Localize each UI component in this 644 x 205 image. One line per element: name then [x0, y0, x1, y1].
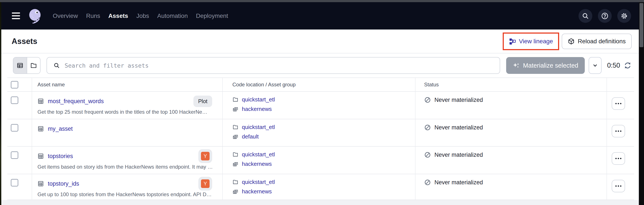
table-row: my_asset quickstart_etl default [7, 119, 634, 147]
asset-group-link[interactable]: hackernews [242, 161, 272, 167]
desktop-edge-sliver [0, 2, 1, 205]
reload-definitions-button[interactable]: Reload definitions [562, 34, 632, 49]
window-top-edge [0, 0, 644, 2]
help-icon[interactable] [598, 9, 612, 23]
table-row: topstory_ids Y Get up to 100 top stories… [7, 174, 634, 200]
chevron-down-icon [592, 62, 598, 69]
page-header: Assets View lineage [0, 30, 639, 54]
asset-name-link[interactable]: my_asset [48, 126, 73, 132]
code-location-cube-icon [568, 38, 575, 45]
row-checkbox[interactable] [11, 152, 18, 159]
asset-group-icon [232, 161, 238, 167]
navbar-actions [578, 9, 631, 23]
asset-description: Get items based on story ids from the Ha… [38, 164, 222, 170]
dagster-assets-page: Overview Runs Assets Jobs Automation Dep… [0, 0, 644, 205]
table-footer-strip [0, 200, 639, 205]
reload-definitions-label: Reload definitions [578, 38, 626, 45]
row-menu-button[interactable] [612, 152, 625, 165]
status-text: Never materialized [434, 152, 483, 158]
nav-item-overview[interactable]: Overview [53, 12, 78, 20]
nav-item-deployment[interactable]: Deployment [196, 12, 228, 20]
folder-icon [232, 152, 238, 158]
nav-item-jobs[interactable]: Jobs [136, 12, 149, 20]
search-field-wrap [46, 57, 500, 74]
search-field-icon [54, 62, 60, 69]
materialize-selected-label: Materialize selected [523, 62, 578, 69]
folder-icon [232, 179, 238, 185]
asset-table-icon [38, 180, 44, 187]
folder-icon [232, 124, 238, 130]
search-icon[interactable] [578, 9, 592, 23]
folder-icon [232, 96, 238, 102]
asset-table-icon [38, 98, 44, 104]
code-location-link[interactable]: quickstart_etl [242, 179, 275, 186]
asset-group-link[interactable]: hackernews [242, 106, 272, 112]
asset-group-link[interactable]: hackernews [242, 188, 272, 195]
row-checkbox[interactable] [11, 124, 18, 132]
view-lineage-label: View lineage [519, 38, 553, 45]
table-view-button[interactable] [13, 58, 27, 74]
status-text: Never materialized [434, 179, 483, 186]
table-view-icon [16, 62, 24, 69]
materialize-options-button[interactable] [589, 57, 602, 74]
hackernews-kind-badge: Y [198, 177, 212, 190]
asset-table-icon [38, 126, 44, 132]
refresh-icon[interactable] [624, 61, 632, 70]
nav-item-assets[interactable]: Assets [108, 12, 128, 20]
sparkle-icon [512, 62, 520, 69]
refresh-countdown: 0:50 [607, 62, 620, 69]
page-title: Assets [12, 37, 37, 46]
code-location-link[interactable]: quickstart_etl [242, 124, 275, 130]
materialize-selected-button[interactable]: Materialize selected [506, 57, 584, 74]
column-header-status: Status [416, 78, 607, 91]
row-checkbox[interactable] [11, 179, 18, 186]
row-menu-button[interactable] [612, 180, 625, 192]
asset-group-icon [232, 134, 238, 140]
lineage-graph-icon [509, 38, 516, 45]
main-nav: Overview Runs Assets Jobs Automation Dep… [53, 12, 228, 20]
row-menu-button[interactable] [612, 97, 625, 110]
header-actions: View lineage Reload definitions [503, 32, 632, 50]
asset-group-link[interactable]: default [242, 133, 259, 140]
folder-view-icon [30, 62, 37, 69]
never-materialized-icon [424, 124, 431, 131]
asset-group-icon [232, 106, 238, 112]
nav-item-runs[interactable]: Runs [86, 12, 100, 20]
column-header-asset-name: Asset name [32, 78, 223, 91]
annotation-highlight: View lineage [503, 32, 559, 50]
table-header-row: Asset name Code location / Asset group S… [7, 78, 634, 92]
asset-description: Get up to 100 top stories from the Hacke… [38, 192, 222, 198]
asset-description: Get the top 25 most frequent words in th… [38, 109, 222, 115]
view-mode-toggle [13, 57, 40, 74]
never-materialized-icon [424, 96, 431, 103]
scrollbar-thumb[interactable] [640, 3, 643, 47]
dagster-logo[interactable] [27, 8, 43, 24]
content-area: Assets View lineage [0, 30, 639, 205]
asset-name-link[interactable]: topstories [48, 153, 73, 160]
table-row: most_frequent_words Plot Get the top 25 … [7, 92, 634, 119]
page-scrollbar[interactable] [639, 2, 644, 205]
code-location-link[interactable]: quickstart_etl [242, 96, 275, 103]
status-text: Never materialized [434, 97, 483, 103]
never-materialized-icon [424, 179, 431, 186]
status-text: Never materialized [434, 124, 483, 131]
column-header-code-location: Code location / Asset group [223, 78, 416, 91]
folder-view-button[interactable] [27, 58, 40, 74]
hamburger-menu-icon[interactable] [12, 12, 20, 19]
nav-item-automation[interactable]: Automation [157, 12, 188, 20]
hackernews-kind-badge: Y [198, 149, 212, 163]
row-menu-button[interactable] [612, 125, 625, 138]
gear-icon[interactable] [617, 9, 631, 23]
asset-name-link[interactable]: topstory_ids [48, 180, 79, 187]
search-input[interactable] [46, 57, 500, 74]
code-location-link[interactable]: quickstart_etl [242, 151, 275, 158]
top-navbar: Overview Runs Assets Jobs Automation Dep… [0, 2, 639, 30]
assets-table: Asset name Code location / Asset group S… [7, 78, 634, 200]
never-materialized-icon [424, 152, 431, 158]
compute-kind-badge: Plot [194, 96, 212, 107]
select-all-checkbox[interactable] [11, 81, 18, 88]
assets-toolbar: Materialize selected 0:50 [0, 54, 639, 78]
asset-name-link[interactable]: most_frequent_words [48, 98, 104, 105]
row-checkbox[interactable] [11, 96, 18, 104]
view-lineage-button[interactable]: View lineage [504, 34, 558, 49]
